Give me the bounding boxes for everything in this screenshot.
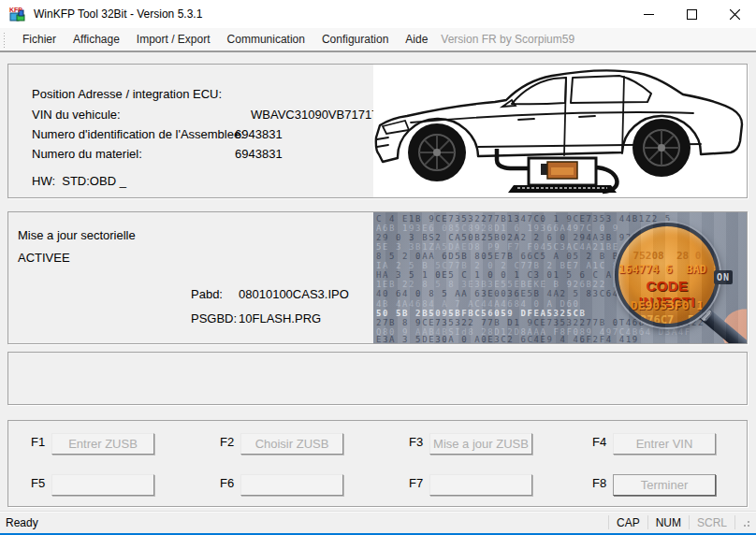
- hex-row: IA 2 5 B 5C77B 2 0 2 C77B 2 BE7 A1C 8 B: [376, 261, 632, 270]
- hex-row: 5E 3 3B1ZA5DAED8 P9 F7 F045C3AC4A21BE E …: [376, 242, 672, 252]
- code-injection-title: CODE INJECTI: [618, 278, 716, 310]
- f8-terminer-button[interactable]: Terminer: [613, 474, 716, 496]
- f3-mise-a-jour-zusb-button[interactable]: Mise a jour ZUSB: [429, 433, 532, 455]
- assembly-number-value: 6943831: [235, 127, 283, 141]
- hw-line: HW: STD:OBD _: [32, 174, 126, 188]
- function-keys-panel: F1 Entrer ZUSB F2 Choisir ZUSB F3 Mise a…: [7, 420, 748, 507]
- hex-row: 27B 8 9CE735322 77B D1 9CE73532277B 0T46…: [376, 318, 705, 327]
- hex-row: 40 64 0 8 5 AA 63E0036E5B 4A2 5 83C64064: [376, 289, 639, 298]
- menu-brand-label: Version FR by Scorpium59: [436, 33, 574, 46]
- scroll-lock-indicator: SCRL: [690, 516, 734, 529]
- status-indicators: CAP NUM SCRL: [608, 512, 750, 533]
- status-separator: [734, 515, 735, 529]
- toolbar-gripper[interactable]: [3, 32, 6, 48]
- magnifier-lens: 75208 28 0 164774 6 BAD 8 CODE INJECTI D…: [615, 223, 720, 327]
- maximize-icon: [687, 9, 697, 20]
- window-title: WinKFP Tool 32Bit - Version 5.3.1: [34, 7, 202, 21]
- fkey-label-f7: F7: [409, 476, 423, 490]
- window-controls: [627, 0, 756, 28]
- fkey-label-f5: F5: [31, 476, 45, 490]
- menu-bar: Fichier Affichage Import / Export Commun…: [0, 28, 756, 51]
- magnifier-hex-line: 75208 28 0: [618, 250, 716, 262]
- menu-fichier[interactable]: Fichier: [14, 29, 65, 50]
- code-injection-image: C 4 E1B 9CE73532277B1347C0 1 9CE7353 44B…: [373, 212, 747, 343]
- hex-row: A6B 193E6 085C8928D1 6 19366A497C 0 9: [376, 224, 619, 233]
- menu-aide[interactable]: Aide: [397, 29, 436, 50]
- magnifier-hex-line: 1376C7 55: [618, 313, 716, 326]
- menu-import-export[interactable]: Import / Export: [128, 29, 219, 50]
- hardware-number-label: Numero du materiel:: [32, 147, 142, 161]
- assembly-number-label: Numero d'identification de l'Assemblee:: [32, 127, 244, 141]
- hex-row: 4B 4A4684 A 7 AC44A4684 0 A D60: [376, 299, 580, 309]
- ecu-position-label: Position Adresse / integration ECU:: [32, 87, 222, 101]
- rear-wheel: [632, 119, 691, 177]
- vehicle-info-panel: Position Adresse / integration ECU: VIN …: [7, 64, 748, 198]
- sector-update-title: Mise a jour sectorielle: [18, 228, 136, 242]
- psgbd-value: 10FLASH.PRG: [239, 311, 321, 325]
- front-wheel: [408, 123, 466, 181]
- menu-affichage[interactable]: Affichage: [65, 29, 128, 50]
- pabd-label: Pabd:: [191, 287, 223, 301]
- hex-row: HA 3 5 1 0E5 C 1 0 0 1 C3 01 5 6 C ABAA3…: [376, 270, 672, 280]
- resize-grip[interactable]: [738, 516, 750, 528]
- menu-communication[interactable]: Communication: [219, 29, 313, 50]
- app-icon: KFP: [9, 7, 25, 22]
- menu-configuration[interactable]: Configuration: [313, 29, 397, 50]
- f7-button[interactable]: [429, 474, 532, 496]
- vin-label: VIN du vehicule:: [32, 108, 121, 122]
- f5-button[interactable]: [51, 474, 154, 496]
- hex-row: C 4 E1B 9CE73532277B1347C0 1 9CE7353 44B…: [376, 214, 672, 224]
- magnifier-handle: [694, 304, 747, 343]
- hex-row: Q80 9 AAB4BSId8 28D12D8AAA F8F089 497C4B…: [376, 327, 691, 337]
- f4-entrer-vin-button[interactable]: Entrer VIN: [613, 433, 716, 455]
- magnifier-hex-line: 164774 6 BAD 8: [618, 263, 716, 276]
- code-injection-title-suffix: ON: [714, 270, 733, 284]
- fkey-label-f2: F2: [220, 435, 234, 449]
- message-panel: [7, 352, 748, 405]
- hex-row: E3A 3 5DE30A 0 A0E3C2 6C4E9 4 46F2F4 419: [376, 335, 639, 343]
- pabd-value: 08010100CAS3.IPO: [239, 287, 349, 301]
- fkey-label-f1: F1: [31, 435, 45, 449]
- sector-update-status: ACTIVEE: [18, 251, 70, 265]
- title-bar: KFP WinKFP Tool 32Bit - Version 5.3.1: [0, 0, 756, 28]
- maximize-button[interactable]: [670, 0, 713, 28]
- status-message: Ready: [0, 516, 38, 529]
- magnifier-hex-line: DE9053F0 1: [618, 298, 716, 312]
- close-icon: [730, 9, 740, 20]
- hex-row: 50 5B 2B5095BFBC56059 DFEA5325CB: [376, 309, 587, 318]
- magnifier-collar: [693, 303, 713, 323]
- caps-lock-indicator: CAP: [609, 516, 647, 529]
- minimize-button[interactable]: [627, 0, 670, 28]
- client-area: Position Adresse / integration ECU: VIN …: [0, 51, 756, 511]
- fkey-label-f8: F8: [592, 476, 606, 490]
- car-illustration: [373, 65, 747, 197]
- fkey-label-f6: F6: [220, 476, 234, 490]
- status-bar: Ready CAP NUM SCRL: [0, 511, 756, 533]
- f6-button[interactable]: [240, 474, 343, 496]
- minimize-icon: [644, 9, 654, 20]
- fkey-label-f4: F4: [592, 435, 606, 449]
- hardware-number-value: 6943831: [235, 147, 283, 161]
- fkey-label-f3: F3: [409, 435, 423, 449]
- hex-row: 29 0 3 BS2 CA50B25B02A2 2 6 0 294A3B 92B…: [376, 233, 678, 242]
- svg-text:KFP: KFP: [9, 7, 22, 13]
- psgbd-label: PSGBD:: [191, 311, 237, 325]
- finger-illustration: [713, 299, 747, 343]
- f1-entrer-zusb-button[interactable]: Entrer ZUSB: [51, 433, 154, 455]
- vin-value: WBAVC31090VB71717: [251, 108, 378, 122]
- hex-row: 8 5 2 0AA 6D5B 805E7B 66C5 A 05 2 B B6C …: [376, 252, 672, 261]
- sector-update-panel: Mise a jour sectorielle ACTIVEE Pabd: 08…: [7, 211, 748, 344]
- close-button[interactable]: [713, 0, 756, 28]
- app-window: KFP WinKFP Tool 32Bit - Version 5.3.1 Fi…: [0, 0, 756, 535]
- num-lock-indicator: NUM: [648, 516, 689, 529]
- hex-row: 1EB 22 8 5 8 3E3B3E55EBEKE B 926B22 B1 B…: [376, 280, 652, 289]
- f2-choisir-zusb-button[interactable]: Choisir ZUSB: [240, 433, 343, 455]
